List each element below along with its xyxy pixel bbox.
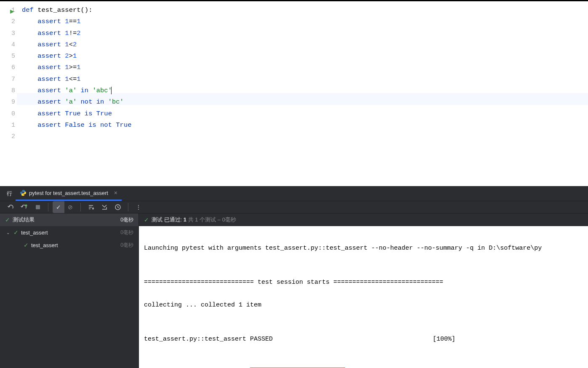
code-line[interactable]: assert 1!=2 [22,28,588,39]
test-toolbar: ✓ ⊘ ⋮ [0,201,588,213]
run-panel: 行 pytest for test_assert.test_assert × ✓… [0,186,588,368]
line-number: 2 [0,131,17,142]
line-number: 5 [0,51,17,62]
code-line[interactable]: assert False is not True [22,120,588,131]
rerun-failed-button[interactable] [19,201,30,213]
expand-button[interactable] [98,201,110,213]
toolbar-separator [80,203,81,211]
code-line[interactable]: assert 1>=1 [22,62,588,73]
check-icon: ✓ [24,242,29,248]
console-header: ✓ 测试 已通过: 1 共 1 个测试 – 0毫秒 [139,213,588,226]
svg-point-0 [25,205,27,207]
code-line[interactable]: def test_assert(): [22,5,588,16]
panel-title: 行 [3,190,16,197]
python-icon [20,189,27,196]
show-ignored-toggle[interactable]: ⊘ [64,201,76,213]
console-line: ============================= test sessi… [144,277,583,288]
tree-item[interactable]: ⌄✓test_assert0毫秒 [0,226,138,239]
line-number-gutter: 1▶23456789012 [0,1,17,186]
more-button[interactable]: ⋮ [133,201,144,213]
code-area[interactable]: def test_assert(): assert 1==1 assert 1!… [17,1,588,186]
line-number: 1 [0,120,17,131]
code-line[interactable]: assert 1<2 [22,39,588,51]
test-summary: 测试 已通过: 1 共 1 个测试 – 0毫秒 [152,216,236,224]
line-number: 1▶ [0,5,17,16]
results-area: ✓ 测试结果 0毫秒 ⌄✓test_assert0毫秒 ✓test_assert… [0,213,588,368]
rerun-button[interactable] [5,201,17,213]
console-line: Launching pytest with arguments test_ass… [144,243,583,254]
tree-item-time: 0毫秒 [120,229,133,236]
show-passed-toggle[interactable]: ✓ [53,201,64,213]
tree-item-label: test_assert [31,242,58,248]
tree-item-label: test_assert [21,229,48,236]
line-number: 3 [0,28,17,39]
console-line: test_assert.py::test_assert PASSED[100%] [144,333,583,345]
line-number: 9 [0,96,17,108]
line-number: 4 [0,39,17,51]
tree-header[interactable]: ✓ 测试结果 0毫秒 [0,213,138,226]
run-tab-label: pytest for test_assert.test_assert [29,190,108,196]
run-config-tab[interactable]: pytest for test_assert.test_assert × [16,186,122,201]
code-line[interactable]: assert 1<=1 [22,74,588,85]
check-icon: ✓ [144,216,149,223]
stop-button[interactable] [32,201,44,213]
code-line[interactable]: assert 2>1 [22,51,588,62]
svg-rect-1 [36,205,40,209]
run-tab-bar: 行 pytest for test_assert.test_assert × [0,186,588,201]
code-line[interactable]: assert 'a' not in 'bc' [22,96,588,108]
chevron-down-icon[interactable]: ⌄ [5,230,11,235]
toolbar-separator [128,203,128,211]
test-tree[interactable]: ✓ 测试结果 0毫秒 ⌄✓test_assert0毫秒 ✓test_assert… [0,213,139,368]
toolbar-separator [48,203,48,211]
close-icon[interactable]: × [114,189,117,196]
code-editor[interactable]: 1▶23456789012 def test_assert(): assert … [0,0,588,186]
code-line[interactable]: assert True is True [22,108,588,120]
line-number: 0 [0,108,17,120]
history-button[interactable] [112,201,124,213]
sort-button[interactable] [85,201,97,213]
tree-header-time: 0毫秒 [120,216,133,224]
console-line: collecting ... collected 1 item [144,299,583,311]
line-number: 6 [0,62,17,73]
tree-item-time: 0毫秒 [120,242,133,249]
text-caret [111,87,112,94]
line-number: 7 [0,74,17,85]
code-line[interactable]: assert 'a' in 'abc' [22,85,588,96]
code-line[interactable]: assert 1==1 [22,16,588,27]
console-text[interactable]: Launching pytest with arguments test_ass… [139,226,588,368]
line-number: 8 [0,85,17,96]
console-output: ✓ 测试 已通过: 1 共 1 个测试 – 0毫秒 Launching pyte… [139,213,588,368]
check-icon: ✓ [13,229,19,236]
check-icon: ✓ [5,216,10,223]
line-number: 2 [0,16,17,27]
tree-header-label: 测试结果 [13,216,35,224]
tree-item[interactable]: ✓test_assert0毫秒 [0,239,138,251]
